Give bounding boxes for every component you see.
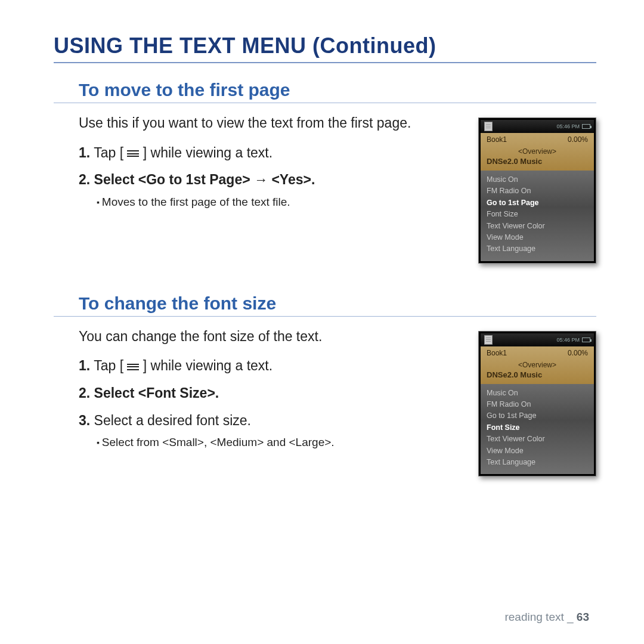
section1-intro: Use this if you want to view the text fr… [79, 113, 464, 134]
section1-step2: 2. Select <Go to 1st Page> → <Yes>. Move… [79, 169, 464, 210]
menu-item-music-on: Music On [487, 388, 588, 399]
menu-item-text-language: Text Language [487, 457, 588, 468]
section1-step1: 1. Tap [ ] while viewing a text. [79, 143, 464, 164]
battery-icon [582, 338, 590, 342]
device-time: 05:46 PM [556, 123, 580, 129]
document-icon [484, 335, 493, 345]
step-num: 1. [79, 358, 90, 373]
menu-item-font-size: Font Size [487, 209, 588, 220]
menu-icon [127, 149, 139, 159]
device-percent: 0.00% [568, 349, 588, 357]
device-screenshot-2: 05:46 PM Book1 0.00% <Overview> DNSe2.0 … [478, 331, 596, 477]
step-num: 3. [79, 413, 90, 428]
step-text-b: ] while viewing a text. [139, 145, 273, 160]
menu-item-text-viewer-color: Text Viewer Color [487, 434, 588, 445]
device-book-title: Book1 [487, 135, 507, 144]
step-text-a: Tap [ [90, 358, 127, 373]
section1-heading: To move to the first page [54, 80, 596, 103]
menu-item-fm-radio: FM Radio On [487, 399, 588, 410]
battery-icon [582, 124, 590, 129]
step-text-b: ] while viewing a text. [139, 358, 273, 373]
device-dnse: DNSe2.0 Music [487, 157, 588, 166]
device-time: 05:46 PM [556, 337, 580, 343]
device-dnse: DNSe2.0 Music [487, 370, 588, 379]
page-footer: reading text _ 63 [504, 611, 589, 624]
section2-intro: You can change the font size of the text… [79, 326, 464, 348]
footer-label: reading text _ [504, 611, 576, 623]
menu-icon [127, 362, 139, 371]
menu-item-music-on: Music On [487, 174, 588, 185]
section2-heading: To change the font size [54, 293, 596, 317]
section2-step2: 2. Select <Font Size>. [79, 383, 464, 404]
step-num: 2. [79, 385, 90, 401]
step-num: 2. [79, 172, 90, 187]
section-font-size: To change the font size You can change t… [54, 293, 596, 477]
step-text: Select <Go to 1st Page> → <Yes>. [90, 172, 315, 187]
device-statusbar: 05:46 PM [481, 120, 594, 133]
step-text: Select a desired font size. [90, 413, 251, 428]
section-first-page: To move to the first page Use this if yo… [54, 80, 596, 264]
menu-item-text-viewer-color: Text Viewer Color [487, 221, 588, 232]
device-percent: 0.00% [568, 135, 588, 144]
section2-step1: 1. Tap [ ] while viewing a text. [79, 355, 464, 377]
section1-note: Moves to the first page of the text file… [97, 193, 464, 210]
menu-item-goto-1st-page: Go to 1st Page [487, 410, 588, 422]
step-num: 1. [79, 145, 90, 160]
section2-note: Select from <Small>, <Medium> and <Large… [97, 434, 464, 451]
menu-item-goto-1st-page: Go to 1st Page [487, 197, 588, 209]
device-screenshot-1: 05:46 PM Book1 0.00% <Overview> DNSe2.0 … [478, 117, 596, 264]
section2-step3: 3. Select a desired font size. Select fr… [79, 410, 464, 451]
device-statusbar: 05:46 PM [481, 333, 594, 346]
step-text: Select <Font Size>. [90, 385, 219, 401]
menu-item-view-mode: View Mode [487, 232, 588, 243]
device-menu: Music On FM Radio On Go to 1st Page Font… [481, 384, 594, 475]
device-menu: Music On FM Radio On Go to 1st Page Font… [481, 171, 594, 261]
step-text-a: Tap [ [90, 145, 127, 160]
device-book-title: Book1 [487, 349, 507, 357]
device-overview: <Overview> [487, 147, 588, 156]
menu-item-fm-radio: FM Radio On [487, 185, 588, 197]
document-icon [484, 122, 493, 131]
menu-item-view-mode: View Mode [487, 445, 588, 457]
menu-item-text-language: Text Language [487, 243, 588, 255]
footer-page-number: 63 [577, 611, 589, 623]
device-overview: <Overview> [487, 361, 588, 369]
menu-item-font-size: Font Size [487, 422, 588, 434]
page-title: USING THE TEXT MENU (Continued) [54, 33, 596, 63]
